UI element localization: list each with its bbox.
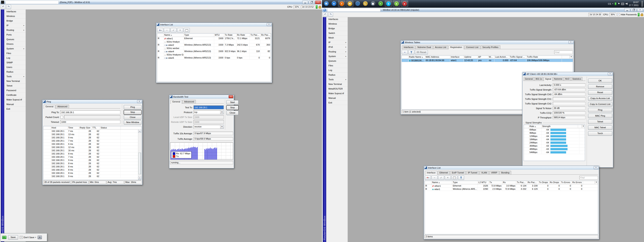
ping-result-row[interactable]: 192.168.28.1 8 ms 28 62 <box>44 168 138 172</box>
tab[interactable]: Interfaces <box>402 45 415 49</box>
table-row[interactable]: ;;;5Ghz Hrabyn <box>157 40 271 43</box>
ping-result-row[interactable]: 192.168.28.1 16 ms 28 62 <box>44 149 138 152</box>
tab[interactable]: VLAN <box>480 171 489 174</box>
ping-result-row[interactable]: 192.168.28.1 13 ms 28 62 <box>44 133 138 136</box>
sidebar-item[interactable]: Wireless <box>326 22 348 26</box>
sidebar-item[interactable]: Password <box>4 88 26 93</box>
dialog-button[interactable]: Remove <box>588 84 612 89</box>
tab[interactable]: IP Tunnel <box>466 171 479 174</box>
sidebar-item[interactable]: Tools ▸ <box>326 77 348 82</box>
tray-status-indicator[interactable] <box>614 3 616 5</box>
remote-udp-input[interactable] <box>194 120 224 124</box>
hide-passwords-checkbox[interactable]: ✓ <box>617 13 620 16</box>
taskbar-icon[interactable]: L <box>362 1 369 7</box>
dialog-button[interactable]: Telnet <box>588 119 612 124</box>
signal-rate-row[interactable]: 36Mbps -63 <box>524 144 585 148</box>
restore-button[interactable] <box>309 1 314 4</box>
comment-button[interactable] <box>184 28 190 33</box>
column-header[interactable]: Tx Pac... <box>516 181 527 184</box>
tab[interactable]: VRRP <box>489 171 499 174</box>
close-icon[interactable]: × <box>608 72 612 75</box>
sidebar-item[interactable]: Switch <box>326 31 348 36</box>
scroll-down-icon[interactable]: ▼ <box>138 176 141 180</box>
redo-button[interactable]: ↷ <box>328 13 333 17</box>
filter-button[interactable] <box>408 50 414 54</box>
close-icon[interactable]: × <box>228 95 233 98</box>
chevron-down-icon[interactable]: ▾ <box>612 3 613 5</box>
tab[interactable]: Security Profiles <box>480 45 500 49</box>
sidebar-item[interactable]: Manual <box>326 96 348 100</box>
tab[interactable]: Nstreme <box>553 77 564 81</box>
sidebar-item[interactable]: System ▸ <box>326 54 348 59</box>
column-header[interactable]: Rx Pac... <box>260 34 271 37</box>
ping-result-row[interactable]: 192.168.28.1 7 ms 28 62 <box>44 156 138 159</box>
sidebar-item[interactable]: Make Supout.rif <box>326 91 348 96</box>
column-header[interactable]: Type <box>184 34 214 37</box>
column-header[interactable]: Tx Drops <box>538 181 549 184</box>
interface-list-titlebar[interactable]: Interface List × <box>156 23 272 26</box>
taskbar-icon[interactable]: e <box>330 1 337 7</box>
table-row[interactable]: R ◈wlan1 Wireless (Atheros AR5... 2290 2… <box>425 188 598 191</box>
dialog-button[interactable]: Close <box>124 115 142 119</box>
dialog-button[interactable]: Ping <box>588 108 612 112</box>
tab[interactable]: Bonding <box>500 171 511 174</box>
dialog-button[interactable]: Close <box>226 111 238 115</box>
sidebar-item[interactable]: Log <box>4 56 26 60</box>
ping-to-input[interactable] <box>60 110 120 114</box>
tab[interactable]: Signal <box>544 77 552 81</box>
sidebar-item[interactable]: IPv6 ▸ <box>326 45 348 49</box>
column-header[interactable]: Uptime <box>464 55 478 59</box>
add-button[interactable]: +▾ <box>157 28 163 33</box>
column-header[interactable]: Reply Size <box>79 126 92 130</box>
chevron-down-icon[interactable]: ▼ <box>220 125 224 129</box>
show-desktop-button[interactable] <box>641 1 643 7</box>
dialog-button[interactable]: Torch <box>588 131 612 136</box>
dialog-button[interactable]: Stop <box>124 110 142 114</box>
redo-button[interactable]: ↷ <box>6 5 11 9</box>
filter-button[interactable] <box>458 175 464 180</box>
column-header[interactable] <box>402 55 408 59</box>
close-button[interactable]: × <box>315 1 321 4</box>
remove-button[interactable]: − <box>432 175 438 180</box>
column-header[interactable]: Rx <box>502 181 516 184</box>
dialog-button[interactable]: New Window <box>124 120 142 125</box>
column-header[interactable]: Name ▵ <box>164 34 184 37</box>
dialog-button[interactable]: MAC Telnet <box>588 126 612 130</box>
column-header[interactable]: TTL <box>92 126 100 130</box>
tab[interactable]: Interface <box>425 171 437 175</box>
undo-button[interactable]: ↶ <box>1 5 6 9</box>
close-button[interactable]: × <box>637 8 643 12</box>
bandwidth-test-titlebar[interactable]: Bandwidth Test × <box>169 95 234 99</box>
sidebar-item[interactable]: Drivers <box>4 42 26 46</box>
ping-result-row[interactable]: 192.168.28.1 8 ms 28 62 <box>44 172 138 175</box>
close-icon[interactable]: × <box>38 235 42 239</box>
column-header[interactable]: Rate ▵ <box>529 125 542 128</box>
table-row[interactable]: R ⇄ether1 Ethernet 1500 1759.2 k... 72.1… <box>157 37 271 40</box>
ping-result-row[interactable]: 192.168.28.1 9 ms 28 62 <box>44 159 138 162</box>
dialog-button[interactable]: OK <box>588 79 612 83</box>
dialog-button[interactable]: Copy to Connect List <box>588 102 612 106</box>
dialog-button[interactable]: Start <box>226 100 238 105</box>
column-header[interactable]: MTU <box>214 34 224 37</box>
column-header[interactable]: L2 MTU <box>478 181 489 184</box>
sidebar-item[interactable]: Exit <box>326 100 348 105</box>
sidebar-item[interactable]: Users <box>4 65 26 70</box>
tab[interactable]: Nstreme Dual <box>416 45 433 49</box>
interface-list-titlebar[interactable]: Interface List × <box>424 166 599 170</box>
sidebar-item[interactable]: Routing ▸ <box>4 28 26 33</box>
chevron-down-icon[interactable]: ▼ <box>220 110 224 114</box>
column-header[interactable]: Status <box>100 126 121 130</box>
ping-result-row[interactable]: 192.168.28.1 8 ms 28 62 <box>44 162 138 165</box>
sidebar-item[interactable]: Bridge <box>4 19 26 23</box>
find-input[interactable] <box>580 176 598 179</box>
column-select-icon[interactable]: ▼ <box>595 181 598 184</box>
scrollbar-thumb[interactable] <box>138 153 141 174</box>
restore-button[interactable] <box>631 8 636 12</box>
column-header[interactable]: Radio Name ▵ <box>408 55 425 59</box>
test-to-input[interactable] <box>194 105 224 109</box>
vertical-scrollbar[interactable]: ▲ ▼ <box>138 130 141 180</box>
column-header[interactable]: Type <box>452 181 478 184</box>
column-header[interactable] <box>425 181 432 184</box>
tab[interactable]: EoIP Tunnel <box>450 171 466 174</box>
ping-result-row[interactable]: 192.168.28.1 7 ms 28 62 <box>44 130 138 133</box>
